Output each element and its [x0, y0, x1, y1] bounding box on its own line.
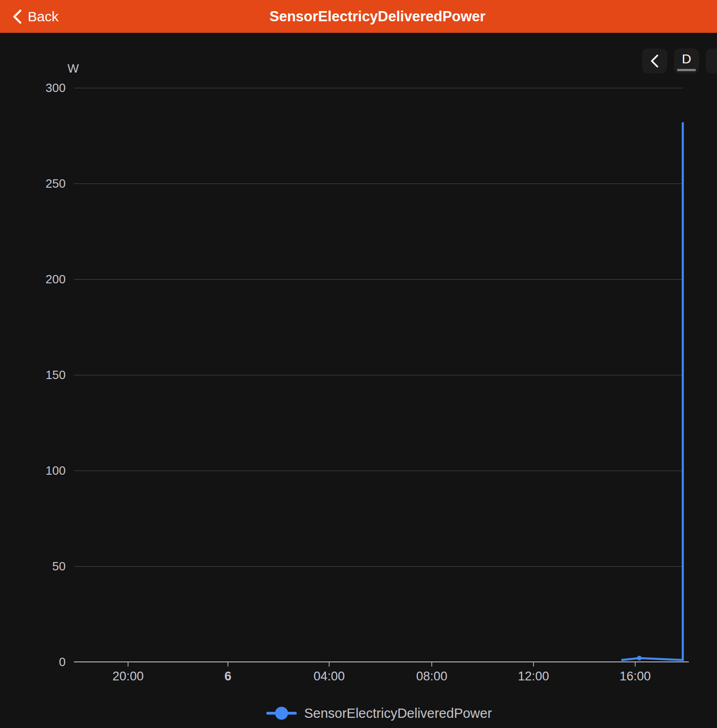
legend-label: SensorElectricyDeliveredPower — [304, 706, 492, 721]
chart-legend[interactable]: SensorElectricyDeliveredPower — [74, 702, 684, 725]
series-line — [621, 122, 683, 660]
nav-header: Back SensorElectricyDeliveredPower — [0, 0, 717, 33]
chevron-left-icon — [12, 9, 22, 24]
back-button-label: Back — [28, 0, 59, 33]
legend-dot-icon — [275, 707, 288, 720]
chart-area: W 05010015020025030020:00604:0008:0012:0… — [0, 0, 717, 728]
legend-line-marker-icon — [266, 712, 297, 715]
data-point-marker — [637, 656, 642, 661]
back-button[interactable]: Back — [12, 0, 59, 33]
series-svg — [0, 0, 717, 728]
page-title: SensorElectricyDeliveredPower — [0, 0, 717, 33]
